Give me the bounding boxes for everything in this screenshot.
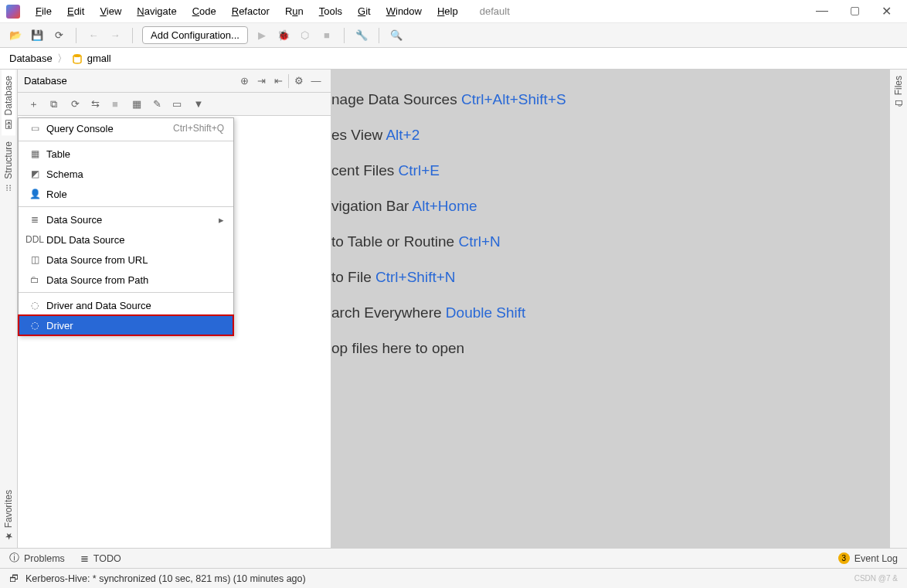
menu-item-role[interactable]: 👤Role [19, 184, 233, 204]
run-icon[interactable]: ▶ [254, 28, 270, 43]
save-icon[interactable]: 💾 [29, 28, 45, 43]
datasource-icon: ≣ [28, 214, 42, 225]
menu-edit[interactable]: Edit [61, 2, 90, 20]
search-icon[interactable]: 🔍 [389, 28, 404, 43]
add-icon[interactable]: ＋ [24, 96, 42, 113]
schema-icon: ◩ [28, 168, 42, 179]
menu-shortcut: Ctrl+Shift+Q [173, 123, 224, 134]
menu-separator [19, 141, 233, 141]
menu-item-data-source-from-url[interactable]: ◫Data Source from URL [19, 250, 233, 270]
hint-shortcut: Ctrl+Shift+N [375, 269, 455, 285]
separator [132, 28, 133, 43]
coverage-icon[interactable]: ⬡ [297, 28, 313, 43]
console-icon[interactable]: ▭ [168, 96, 186, 113]
open-file-icon[interactable]: 📂 [8, 28, 23, 43]
window-close-icon[interactable]: ✕ [882, 4, 892, 19]
menu-item-schema[interactable]: ◩Schema [19, 164, 233, 184]
debug-icon[interactable]: 🐞 [276, 28, 291, 43]
menu-git[interactable]: Git [352, 2, 377, 20]
stop-icon[interactable]: ■ [319, 28, 335, 43]
sidebar-tab-database[interactable]: 🗄 Database [2, 70, 15, 135]
console-icon: ▭ [28, 123, 42, 134]
menu-code[interactable]: Code [186, 2, 223, 20]
menu-item-data-source[interactable]: ≣Data Source▸ [19, 209, 233, 229]
stop-icon[interactable]: ■ [106, 96, 124, 113]
welcome-hints: nage Data Sources Ctrl+Alt+Shift+Ses Vie… [331, 91, 889, 357]
separator [288, 74, 289, 88]
menu-item-table[interactable]: ▦Table [19, 144, 233, 164]
sidebar-tab-label: Favorites [3, 490, 14, 528]
menu-view[interactable]: View [93, 2, 127, 20]
tab-event-log[interactable]: Event Log [854, 553, 898, 564]
menu-item-data-source-from-path[interactable]: 🗀Data Source from Path [19, 270, 233, 290]
refresh-icon[interactable]: ⟳ [66, 96, 84, 113]
menu-file[interactable]: File [29, 2, 58, 20]
menu-item-label: Data Source [46, 214, 219, 226]
filter-icon[interactable]: ▼ [189, 96, 208, 113]
menu-item-query-console[interactable]: ▭Query ConsoleCtrl+Shift+Q [19, 118, 233, 138]
menu-separator [19, 292, 233, 293]
chevron-right-icon: 〉 [57, 52, 67, 66]
forward-icon[interactable]: → [107, 28, 123, 43]
table-view-icon[interactable]: ▦ [127, 96, 146, 113]
database-panel: Database ⊕ ⇥ ⇤ ⚙ — ＋ ⧉ ⟳ ⇆ ■ ▦ ✎ ▭ ▼ ▭Qu… [18, 70, 331, 548]
sync-icon[interactable]: ⇆ [86, 96, 104, 113]
left-gutter: 🗄 Database ⁝⁝ Structure ★ Favorites [0, 70, 18, 548]
menu-item-driver[interactable]: ◌Driver [19, 315, 233, 335]
gear-icon[interactable]: ⚙ [290, 73, 307, 90]
menu-help[interactable]: Help [431, 2, 464, 20]
window-maximize-icon[interactable]: ▢ [850, 4, 860, 19]
database-icon: 🗄 [4, 118, 13, 129]
sidebar-tab-label: Files [893, 76, 904, 95]
hint-text: to Table or Routine [331, 233, 458, 250]
breadcrumb-item[interactable]: gmall [87, 53, 111, 64]
welcome-hint: nage Data Sources Ctrl+Alt+Shift+S [331, 91, 889, 108]
menu-item-ddl-data-source[interactable]: DDLDDL Data Source [19, 229, 233, 250]
menu-run[interactable]: Run [279, 2, 310, 20]
right-gutter: 🗀 Files [889, 70, 907, 548]
sidebar-tab-favorites[interactable]: ★ Favorites [2, 484, 15, 548]
menu-window[interactable]: Window [380, 2, 428, 20]
status-text: Kerberos-Hive: * synchronized (10 sec, 8… [25, 573, 306, 584]
back-icon[interactable]: ← [86, 28, 101, 43]
welcome-hint: arch Everywhere Double Shift [331, 304, 889, 321]
refresh-icon[interactable]: ⟳ [51, 28, 66, 43]
driverds-icon: ◌ [28, 300, 42, 311]
hint-shortcut: Ctrl+N [458, 233, 500, 250]
hint-text: nage Data Sources [331, 91, 461, 107]
database-icon [72, 53, 83, 64]
menu-item-driver-and-data-source[interactable]: ◌Driver and Data Source [19, 295, 233, 315]
sidebar-tab-label: Database [3, 76, 14, 115]
target-icon[interactable]: ⊕ [236, 73, 253, 90]
sidebar-tab-structure[interactable]: ⁝⁝ Structure [2, 135, 15, 199]
breadcrumb-root[interactable]: Database [9, 53, 53, 64]
driver-icon: ◌ [28, 320, 42, 331]
duplicate-icon[interactable]: ⧉ [44, 96, 63, 113]
hint-text: op files here to open [331, 340, 464, 356]
edit-icon[interactable]: ✎ [148, 96, 166, 113]
tab-problems[interactable]: ⓘ Problems [9, 552, 65, 565]
collapse-all-icon[interactable]: ⇤ [270, 73, 287, 90]
wrench-icon[interactable]: 🔧 [354, 28, 369, 43]
folder-icon: 🗀 [894, 98, 903, 109]
run-configuration-selector[interactable]: Add Configuration... [142, 26, 248, 44]
hint-text: arch Everywhere [331, 304, 446, 321]
tab-todo[interactable]: ≣ TODO [80, 552, 121, 564]
expand-all-icon[interactable]: ⇥ [253, 73, 270, 90]
main-toolbar: 📂 💾 ⟳ ← → Add Configuration... ▶ 🐞 ⬡ ■ 🔧… [0, 23, 907, 48]
editor-area: nage Data Sources Ctrl+Alt+Shift+Ses Vie… [331, 70, 889, 548]
menu-refactor[interactable]: Refactor [226, 2, 276, 20]
menu-tools[interactable]: Tools [313, 2, 348, 20]
app-logo-icon [6, 5, 20, 19]
structure-icon: ⁝⁝ [5, 182, 12, 193]
window-minimize-icon[interactable]: — [816, 4, 828, 19]
minimize-panel-icon[interactable]: — [307, 73, 324, 90]
menu-navigate[interactable]: Navigate [131, 2, 182, 20]
sidebar-tab-label: Structure [3, 141, 14, 179]
sidebar-tab-files[interactable]: 🗀 Files [892, 70, 905, 115]
hint-shortcut: Double Shift [446, 304, 526, 321]
hint-shortcut: Ctrl+Alt+Shift+S [461, 91, 566, 107]
table-icon: ▦ [28, 148, 42, 159]
panel-content: ▭Query ConsoleCtrl+Shift+Q▦Table◩Schema👤… [18, 116, 331, 548]
bottom-tabs: ⓘ Problems ≣ TODO 3 Event Log [0, 548, 907, 568]
